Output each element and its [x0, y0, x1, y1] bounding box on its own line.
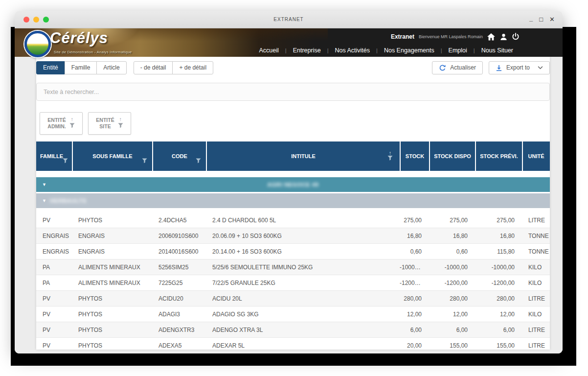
- nav-item-nos-activites[interactable]: Nos Activités: [328, 47, 376, 54]
- cerelys-logo-icon: [24, 31, 51, 57]
- cell-famille: PV: [36, 295, 72, 302]
- filter-icon[interactable]: [69, 121, 75, 130]
- column-header-stock-previ[interactable]: STOCK PRÉVI.: [475, 141, 522, 171]
- table-row[interactable]: PVPHYTOSADEXA5ADEXAR 5L20,00155,00155,00…: [36, 338, 550, 353]
- column-header-label: FAMILLE: [40, 153, 63, 160]
- cell-stock-dispo: 155,00: [429, 342, 475, 349]
- filter-icon[interactable]: [63, 158, 68, 164]
- column-header-famille[interactable]: FAMILLE: [36, 141, 72, 171]
- group-chip-entite-admin[interactable]: ENTITÉADMIN.↑: [40, 112, 83, 135]
- cell-stock-previ: -1000,00: [475, 264, 522, 271]
- column-header-intitule[interactable]: INTITULE↑: [206, 141, 400, 171]
- table-row[interactable]: ENGRAISENGRAIS20060910S60020.06.09 + 10 …: [36, 228, 550, 244]
- cell-unite: KILO: [522, 264, 549, 271]
- cell-stock: 6,00: [400, 327, 429, 333]
- view-button-entite[interactable]: Entité: [36, 61, 65, 74]
- table-row[interactable]: PVPHYTOSADENGXTR3ADENGO XTRA 3L6,006,006…: [36, 322, 550, 338]
- sort-up-icon[interactable]: ↑: [119, 117, 122, 121]
- group-label-redacted: AGRI NEGOCE 49: [36, 177, 550, 192]
- cell-stock-dispo: 12,00: [429, 311, 475, 318]
- grid-body: PVPHYTOS2.4DCHA52.4 D CHARDOL 600 5L275,…: [36, 212, 550, 353]
- table-row[interactable]: PVPHYTOS2.4DCHA52.4 D CHARDOL 600 5L275,…: [36, 212, 550, 228]
- content-card: EntitéFamilleArticle - de détail+ de dét…: [36, 57, 550, 350]
- view-button-famille[interactable]: Famille: [65, 61, 97, 74]
- cell-stock-dispo: 280,00: [429, 295, 475, 302]
- column-header-code[interactable]: CODE: [152, 141, 206, 171]
- table-row[interactable]: ENGRAISENGRAIS20140016S60020.14.00 + 16 …: [36, 244, 550, 259]
- column-header-stock[interactable]: STOCK: [400, 141, 429, 171]
- cell-stock-previ: 280,00: [475, 295, 522, 302]
- maximize-icon[interactable]: □: [539, 16, 543, 23]
- collapse-arrow-icon[interactable]: ▼: [42, 182, 46, 187]
- cell-famille: PA: [36, 280, 72, 286]
- cell-unite: KILO: [522, 280, 549, 286]
- group-row-entity-admin[interactable]: ▼ AGRI NEGOCE 49: [36, 177, 550, 192]
- cell-sous-famille: ALIMENTS MINERAUX: [72, 264, 152, 271]
- cell-sous-famille: ENGRAIS: [72, 233, 152, 239]
- nav-item-accueil[interactable]: Accueil: [252, 47, 285, 54]
- cell-code: 20060910S600: [152, 233, 206, 239]
- refresh-button[interactable]: Actualiser: [432, 61, 483, 74]
- cell-sous-famille: PHYTOS: [72, 327, 152, 333]
- cell-unite: TONNE: [522, 248, 549, 255]
- column-header-label: UNITÉ: [528, 153, 544, 160]
- nav-item-entreprise[interactable]: Entreprise: [287, 47, 327, 54]
- filter-icon[interactable]: [118, 121, 123, 130]
- cell-stock: 275,00: [400, 217, 429, 224]
- filter-icon[interactable]: [142, 158, 147, 164]
- cell-stock: -1000,00: [400, 264, 429, 271]
- column-header-sous-famille[interactable]: SOUS FAMILLE: [72, 141, 152, 171]
- table-row[interactable]: PAALIMENTS MINERAUX5256SIM255/25/6 SEMOU…: [36, 259, 550, 275]
- cell-intitule: ADAGIO SG 3KG: [206, 311, 400, 318]
- cell-code: 5256SIM25: [152, 264, 206, 271]
- nav-item-emploi[interactable]: Emploi: [442, 47, 474, 54]
- cell-intitule: ADEXAR 5L: [206, 342, 400, 349]
- nav-item-nos-engagements[interactable]: Nos Engagements: [378, 47, 441, 54]
- column-header-label: STOCK PRÉVI.: [480, 153, 518, 160]
- cell-unite: KILO: [522, 311, 549, 318]
- cell-code: 7225G25: [152, 280, 206, 286]
- search-input[interactable]: [43, 88, 543, 96]
- group-chip-entite-site[interactable]: ENTITÉSITE↑: [88, 112, 131, 135]
- detail-button-de-detail[interactable]: + de détail: [172, 61, 213, 74]
- filter-icon[interactable]: [387, 156, 393, 163]
- nav-item-nous-situer[interactable]: Nous Situer: [475, 47, 520, 54]
- export-button[interactable]: Export to: [489, 61, 550, 74]
- window-titlebar: EXTRANET _ □ ✕: [15, 11, 563, 28]
- sort-up-icon[interactable]: ↑: [70, 117, 73, 121]
- user-icon[interactable]: [499, 33, 507, 41]
- column-header-unite[interactable]: UNITÉ: [522, 141, 549, 171]
- power-icon[interactable]: [512, 33, 520, 41]
- table-row[interactable]: PVPHYTOSACIDU20ACIDU 20L280,00280,00280,…: [36, 291, 550, 306]
- group-row-entity-site[interactable]: ▼ HERBAULTS: [36, 193, 550, 208]
- group-chip-label: ENTITÉADMIN.: [47, 117, 66, 130]
- cell-sous-famille: PHYTOS: [72, 311, 152, 318]
- column-header-stock-dispo[interactable]: STOCK DISPO: [429, 141, 475, 171]
- minimize-icon[interactable]: _: [529, 15, 533, 22]
- cell-stock-dispo: 16,80: [429, 233, 475, 239]
- cell-famille: PV: [36, 311, 72, 318]
- column-header-label: STOCK: [406, 153, 424, 160]
- view-button-article[interactable]: Article: [96, 61, 126, 74]
- table-row[interactable]: PAALIMENTS MINERAUX7225G257/22/5 GRANULE…: [36, 275, 550, 291]
- table-row[interactable]: PVPHYTOSADAGI3ADAGIO SG 3KG12,0012,0012,…: [36, 306, 550, 322]
- welcome-text: Bienvenue MR Laspales Romain: [419, 34, 483, 39]
- site-logo[interactable]: Cérélys: [50, 29, 108, 47]
- group-panel: ENTITÉADMIN.↑ENTITÉSITE↑: [36, 112, 550, 135]
- main-nav: Accueil|Entreprise|Nos Activités|Nos Eng…: [252, 47, 520, 54]
- cell-stock: 0,60: [400, 248, 429, 255]
- detail-button-de-detail[interactable]: - de détail: [134, 61, 173, 74]
- close-icon[interactable]: ✕: [549, 16, 555, 23]
- cell-stock-previ: 155,00: [475, 342, 522, 349]
- cell-stock-dispo: 6,00: [429, 327, 475, 333]
- collapse-arrow-icon[interactable]: ▼: [42, 198, 46, 203]
- cell-sous-famille: ALIMENTS MINERAUX: [72, 280, 152, 286]
- cell-sous-famille: ENGRAIS: [72, 248, 152, 255]
- export-label: Export to: [506, 62, 530, 74]
- cell-unite: LITRE: [522, 342, 549, 349]
- sort-up-icon[interactable]: ↑: [389, 150, 392, 155]
- home-icon[interactable]: [487, 33, 495, 41]
- filter-icon[interactable]: [196, 158, 201, 164]
- cell-intitule: ADENGO XTRA 3L: [206, 327, 400, 333]
- cell-intitule: 2.4 D CHARDOL 600 5L: [206, 217, 400, 224]
